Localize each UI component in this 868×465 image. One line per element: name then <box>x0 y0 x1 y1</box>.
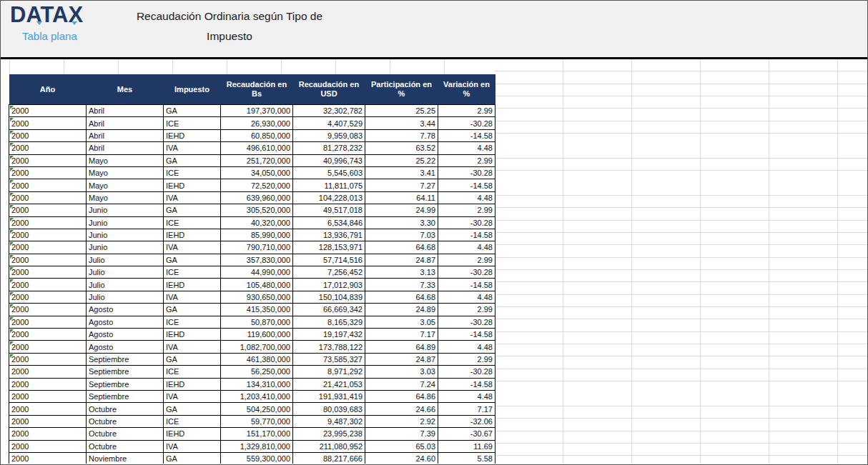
cell-variation[interactable]: 4.48 <box>438 291 495 303</box>
cell-tax[interactable]: IEHD <box>164 378 221 390</box>
cell-tax[interactable]: GA <box>164 204 221 216</box>
cell-month[interactable]: Septiembre <box>87 353 164 365</box>
cell-bs[interactable]: 461,380,000 <box>221 353 293 365</box>
cell-bs[interactable]: 197,370,000 <box>221 105 293 117</box>
cell-usd[interactable]: 4,407,529 <box>293 117 365 129</box>
column-header-tax[interactable]: Impuesto <box>164 74 221 105</box>
cell-tax[interactable]: GA <box>164 353 221 365</box>
cell-month[interactable]: Agosto <box>87 316 164 328</box>
cell-tax[interactable]: IEHD <box>164 229 221 241</box>
cell-share[interactable]: 3.44 <box>365 117 438 129</box>
cell-month[interactable]: Octubre <box>87 428 164 440</box>
cell-share[interactable]: 64.68 <box>365 291 438 303</box>
cell-year[interactable]: 2000 <box>9 366 87 378</box>
cell-variation[interactable]: -32.06 <box>438 415 495 427</box>
cell-variation[interactable]: 2.99 <box>438 254 495 266</box>
cell-usd[interactable]: 81,278,232 <box>293 142 365 154</box>
cell-month[interactable]: Abril <box>87 105 164 117</box>
cell-tax[interactable]: IEHD <box>164 428 221 440</box>
cell-month[interactable]: Julio <box>87 254 164 266</box>
column-header-month[interactable]: Mes <box>87 74 164 105</box>
cell-year[interactable]: 2000 <box>9 204 87 216</box>
cell-month[interactable]: Septiembre <box>87 390 164 402</box>
cell-variation[interactable]: -30.28 <box>438 166 495 179</box>
cell-usd[interactable]: 23,995,238 <box>293 428 365 440</box>
cell-year[interactable]: 2000 <box>9 142 87 154</box>
cell-month[interactable]: Octubre <box>87 415 164 427</box>
cell-bs[interactable]: 50,870,000 <box>221 316 293 328</box>
cell-variation[interactable]: 4.48 <box>438 142 495 154</box>
cell-share[interactable]: 7.27 <box>365 179 438 191</box>
cell-bs[interactable]: 1,082,700,000 <box>221 341 293 353</box>
cell-usd[interactable]: 13,936,791 <box>293 229 365 241</box>
cell-year[interactable]: 2000 <box>9 229 87 241</box>
cell-bs[interactable]: 496,610,000 <box>221 142 293 154</box>
cell-usd[interactable]: 19,197,432 <box>293 329 365 341</box>
column-header-variation[interactable]: Variación en % <box>438 74 495 105</box>
cell-bs[interactable]: 151,170,000 <box>221 428 293 440</box>
cell-year[interactable]: 2000 <box>9 105 87 117</box>
cell-share[interactable]: 7.33 <box>365 279 438 291</box>
cell-share[interactable]: 64.68 <box>365 241 438 254</box>
cell-share[interactable]: 3.03 <box>365 366 438 378</box>
cell-variation[interactable]: 2.99 <box>438 204 495 216</box>
cell-bs[interactable]: 59,770,000 <box>221 415 293 427</box>
cell-year[interactable]: 2000 <box>9 341 87 353</box>
cell-variation[interactable]: 4.48 <box>438 241 495 254</box>
cell-tax[interactable]: ICE <box>164 316 221 328</box>
cell-bs[interactable]: 105,480,000 <box>221 279 293 291</box>
cell-year[interactable]: 2000 <box>9 440 87 452</box>
cell-usd[interactable]: 40,996,743 <box>293 154 365 166</box>
cell-variation[interactable]: 2.99 <box>438 353 495 365</box>
cell-share[interactable]: 3.13 <box>365 266 438 279</box>
cell-year[interactable]: 2000 <box>9 191 87 204</box>
cell-tax[interactable]: IVA <box>164 341 221 353</box>
cell-year[interactable]: 2000 <box>9 329 87 341</box>
cell-share[interactable]: 24.66 <box>365 403 438 415</box>
cell-share[interactable]: 24.89 <box>365 304 438 316</box>
cell-usd[interactable]: 8,971,292 <box>293 366 365 378</box>
cell-bs[interactable]: 134,310,000 <box>221 378 293 390</box>
cell-month[interactable]: Junio <box>87 229 164 241</box>
cell-share[interactable]: 24.60 <box>365 452 438 464</box>
cell-bs[interactable]: 790,710,000 <box>221 241 293 254</box>
cell-usd[interactable]: 7,256,452 <box>293 266 365 279</box>
cell-tax[interactable]: ICE <box>164 415 221 427</box>
column-header-bs[interactable]: Recaudación en Bs <box>221 74 293 105</box>
cell-usd[interactable]: 9,959,083 <box>293 129 365 141</box>
cell-usd[interactable]: 104,228,013 <box>293 191 365 204</box>
cell-bs[interactable]: 1,203,410,000 <box>221 390 293 402</box>
cell-bs[interactable]: 504,250,000 <box>221 403 293 415</box>
cell-tax[interactable]: ICE <box>164 166 221 179</box>
cell-year[interactable]: 2000 <box>9 241 87 254</box>
cell-usd[interactable]: 191,931,419 <box>293 390 365 402</box>
cell-tax[interactable]: GA <box>164 154 221 166</box>
cell-usd[interactable]: 5,545,603 <box>293 166 365 179</box>
cell-share[interactable]: 25.25 <box>365 105 438 117</box>
cell-year[interactable]: 2000 <box>9 428 87 440</box>
cell-tax[interactable]: IEHD <box>164 279 221 291</box>
cell-variation[interactable]: -14.58 <box>438 329 495 341</box>
cell-bs[interactable]: 415,350,000 <box>221 304 293 316</box>
cell-year[interactable]: 2000 <box>9 304 87 316</box>
cell-variation[interactable]: 4.48 <box>438 341 495 353</box>
cell-year[interactable]: 2000 <box>9 166 87 179</box>
cell-tax[interactable]: GA <box>164 254 221 266</box>
cell-bs[interactable]: 56,250,000 <box>221 366 293 378</box>
cell-share[interactable]: 24.87 <box>365 353 438 365</box>
cell-month[interactable]: Octubre <box>87 403 164 415</box>
cell-usd[interactable]: 211,080,952 <box>293 440 365 452</box>
cell-share[interactable]: 7.39 <box>365 428 438 440</box>
cell-usd[interactable]: 128,153,971 <box>293 241 365 254</box>
cell-variation[interactable]: -30.28 <box>438 216 495 229</box>
cell-share[interactable]: 64.11 <box>365 191 438 204</box>
cell-month[interactable]: Mayo <box>87 166 164 179</box>
cell-month[interactable]: Julio <box>87 279 164 291</box>
cell-bs[interactable]: 559,300,000 <box>221 452 293 464</box>
cell-tax[interactable]: IVA <box>164 142 221 154</box>
cell-usd[interactable]: 173,788,122 <box>293 341 365 353</box>
cell-tax[interactable]: IVA <box>164 291 221 303</box>
cell-tax[interactable]: ICE <box>164 366 221 378</box>
cell-month[interactable]: Octubre <box>87 440 164 452</box>
cell-share[interactable]: 64.89 <box>365 341 438 353</box>
